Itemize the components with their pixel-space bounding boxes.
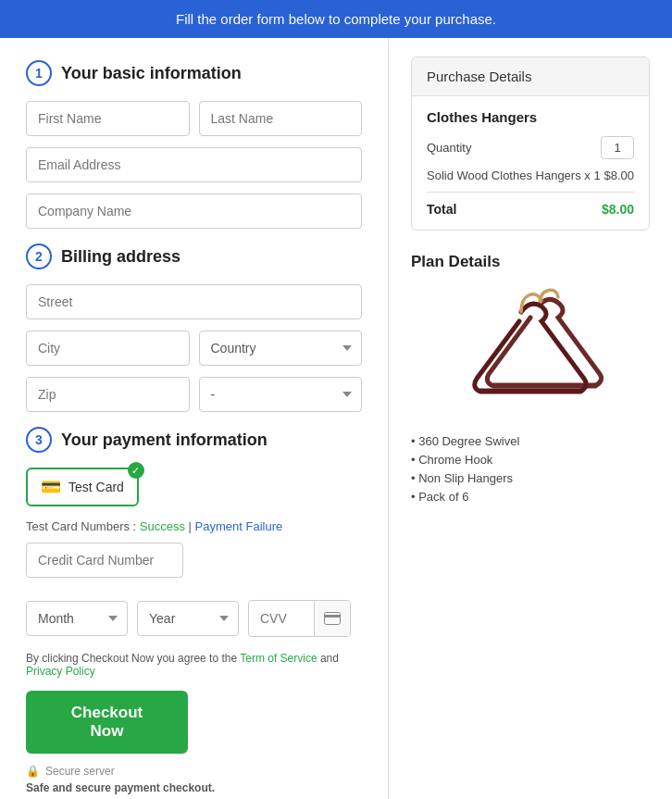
- quantity-row: Quantity 1: [427, 136, 634, 159]
- card-option[interactable]: ✓ 💳 Test Card: [26, 468, 139, 506]
- secure-info: 🔒 Secure server: [26, 765, 362, 778]
- terms-prefix: By clicking Checkout Now you agree to th…: [26, 652, 240, 665]
- card-check-icon: ✓: [128, 462, 144, 479]
- city-group: [26, 331, 190, 366]
- country-group: Country: [199, 331, 363, 366]
- cvv-input[interactable]: [249, 602, 314, 635]
- left-panel: 1 Your basic information: [0, 38, 389, 799]
- total-row: Total $8.00: [427, 192, 634, 217]
- product-name: Clothes Hangers: [427, 109, 634, 125]
- item-label: Solid Wood Clothes Hangers x 1: [427, 169, 601, 182]
- banner-text: Fill the order form below to complete yo…: [176, 11, 496, 27]
- cvv-card-icon: [314, 601, 350, 636]
- email-input[interactable]: [26, 147, 362, 182]
- country-select[interactable]: Country: [199, 331, 363, 366]
- zip-state-row: -: [26, 377, 362, 412]
- email-row: [26, 147, 362, 182]
- test-card-info: Test Card Numbers : Success | Payment Fa…: [26, 519, 362, 533]
- street-input[interactable]: [26, 284, 362, 319]
- item-row: Solid Wood Clothes Hangers x 1 $8.00: [427, 169, 634, 182]
- privacy-link[interactable]: Privacy Policy: [26, 665, 95, 678]
- lock-icon: 🔒: [26, 765, 40, 778]
- city-input[interactable]: [26, 331, 190, 366]
- year-select[interactable]: Year: [137, 601, 239, 636]
- email-group: [26, 147, 362, 182]
- payment-header: 3 Your payment information: [26, 427, 362, 453]
- billing-header: 2 Billing address: [26, 243, 362, 269]
- last-name-input[interactable]: [199, 101, 363, 136]
- total-label: Total: [427, 202, 456, 217]
- street-row: [26, 284, 362, 319]
- plan-details-title: Plan Details: [411, 253, 650, 271]
- quantity-label: Quantity: [427, 141, 471, 155]
- basic-info-header: 1 Your basic information: [26, 60, 362, 86]
- purchase-details-box: Purchase Details Clothes Hangers Quantit…: [411, 56, 650, 231]
- company-input[interactable]: [26, 194, 362, 229]
- main-content: 1 Your basic information: [0, 38, 672, 799]
- success-link[interactable]: Success: [140, 519, 185, 533]
- feature-item: Chrome Hook: [411, 453, 650, 467]
- zip-input[interactable]: [26, 377, 190, 412]
- payment-expiry-row: Month Year: [26, 600, 362, 637]
- section-number-1: 1: [26, 60, 52, 86]
- checkout-button[interactable]: Checkout Now: [26, 691, 188, 754]
- city-country-row: Country: [26, 331, 362, 366]
- purchase-details-body: Clothes Hangers Quantity 1 Solid Wood Cl…: [412, 96, 649, 230]
- plan-details: Plan Details: [411, 253, 650, 504]
- test-card-text: Test Card Numbers :: [26, 519, 140, 533]
- payment-failure-link[interactable]: Payment Failure: [195, 519, 283, 533]
- quantity-value: 1: [601, 136, 634, 159]
- feature-list: 360 Degree SwivelChrome HookNon Slip Han…: [411, 434, 650, 504]
- feature-item: 360 Degree Swivel: [411, 434, 650, 448]
- svg-rect-0: [325, 613, 341, 625]
- state-select[interactable]: -: [199, 377, 363, 412]
- section-title-3: Your payment information: [61, 431, 268, 450]
- feature-item: Non Slip Hangers: [411, 471, 650, 485]
- section-number-3: 3: [26, 427, 52, 453]
- terms-link[interactable]: Term of Service: [240, 652, 317, 665]
- page-wrapper: Fill the order form below to complete yo…: [0, 0, 672, 799]
- top-banner: Fill the order form below to complete yo…: [0, 0, 672, 38]
- purchase-details-header: Purchase Details: [412, 57, 649, 96]
- street-group: [26, 284, 362, 319]
- section-number-2: 2: [26, 243, 52, 269]
- terms-text: By clicking Checkout Now you agree to th…: [26, 652, 362, 678]
- company-row: [26, 194, 362, 229]
- hanger-image-container: [411, 286, 650, 419]
- company-group: [26, 194, 362, 229]
- cc-number-row: [26, 543, 362, 589]
- first-name-input[interactable]: [26, 101, 190, 136]
- card-label: Test Card: [68, 480, 124, 494]
- svg-rect-1: [324, 615, 341, 618]
- item-price: $8.00: [604, 169, 634, 182]
- terms-and: and: [320, 652, 339, 665]
- safe-label: Safe and secure payment checkout.: [26, 781, 362, 794]
- feature-item: Pack of 6: [411, 490, 650, 504]
- secure-label: Secure server: [45, 765, 115, 778]
- hanger-svg: [438, 286, 623, 416]
- cvv-wrapper: [248, 600, 351, 637]
- section-title-2: Billing address: [61, 247, 180, 267]
- state-group: -: [199, 377, 363, 412]
- month-select[interactable]: Month: [26, 601, 128, 636]
- right-panel: Purchase Details Clothes Hangers Quantit…: [389, 38, 672, 799]
- total-amount: $8.00: [602, 202, 634, 217]
- cc-number-input[interactable]: [26, 543, 183, 578]
- first-name-group: [26, 101, 190, 136]
- zip-group: [26, 377, 190, 412]
- section-title-1: Your basic information: [61, 64, 242, 83]
- last-name-group: [199, 101, 363, 136]
- credit-card-icon: 💳: [41, 477, 61, 497]
- name-row: [26, 101, 362, 136]
